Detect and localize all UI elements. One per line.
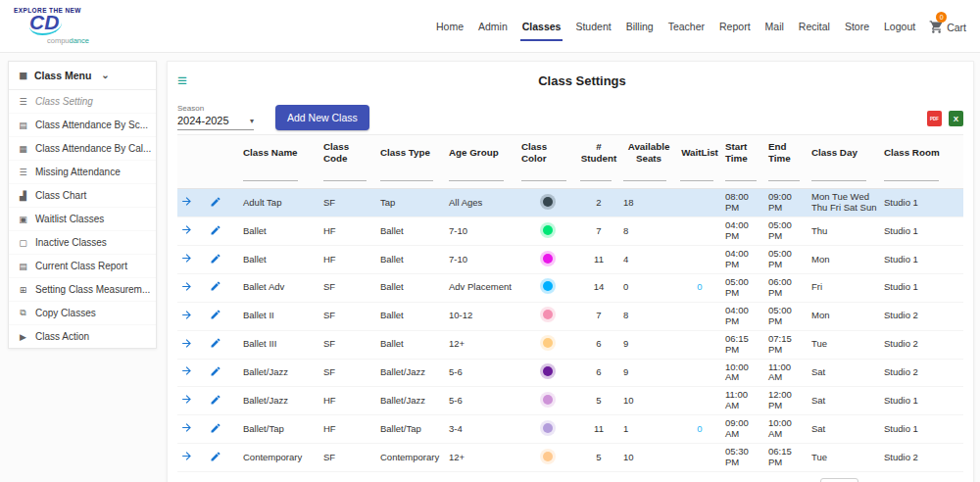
edit-class-icon[interactable]	[210, 224, 221, 236]
filter-input-seats[interactable]	[623, 170, 666, 181]
go-to-class-icon[interactable]	[180, 223, 193, 236]
nav-home[interactable]: Home	[434, 15, 466, 38]
logo[interactable]: EXPLORE THE NEW CD compudance	[14, 7, 151, 45]
cell-class-day: Thu	[808, 217, 881, 246]
cell-class-color	[518, 330, 577, 359]
table-row[interactable]: Adult TapSFTapAll Ages21808:00 PM09:00 P…	[177, 189, 963, 217]
cell-available-seats: 1	[620, 415, 677, 444]
cell-start-time: 05:00 PM	[722, 274, 765, 303]
waitlist-link[interactable]: 0	[697, 423, 702, 434]
go-to-class-icon[interactable]	[180, 364, 193, 377]
cell-available-seats: 8	[620, 217, 677, 246]
sidebar-item-class-setting[interactable]: ☰Class Setting	[9, 90, 156, 114]
cell-class-room: Studio 2	[881, 302, 963, 330]
sidebar-item-class-action[interactable]: ▶Class Action	[9, 325, 156, 348]
sidebar-item-copy-classes[interactable]: ⧉Copy Classes	[9, 302, 156, 325]
nav-logout[interactable]: Logout	[882, 15, 917, 38]
season-select[interactable]: Season 2024-2025 ▾	[177, 104, 254, 130]
go-to-class-icon[interactable]	[180, 450, 193, 462]
filter-input-students[interactable]	[580, 170, 612, 181]
go-to-class-icon[interactable]	[180, 309, 193, 321]
edit-class-icon[interactable]	[210, 365, 221, 377]
edit-class-icon[interactable]	[210, 337, 221, 349]
table-header-row: Class NameClass CodeClass TypeAge GroupC…	[177, 135, 963, 170]
class-menu-header[interactable]: ▦ Class Menu ⌄	[9, 62, 156, 90]
table-row[interactable]: Ballet IIISFBallet12+6906:15 PM07:15 PMT…	[177, 330, 963, 359]
filter-input-day[interactable]	[811, 170, 866, 181]
go-to-class-icon[interactable]	[180, 393, 193, 406]
cell-num-student: 11	[577, 246, 620, 274]
nav-mail[interactable]: Mail	[763, 15, 786, 38]
table-row[interactable]: Ballet AdvSFBalletAdv Placement140005:00…	[177, 274, 963, 303]
sidebar-item-label: Missing Attendance	[35, 167, 121, 177]
filter-input-room[interactable]	[884, 170, 939, 181]
sidebar-item-class-chart[interactable]: ▟Class Chart	[9, 184, 156, 208]
caret-down-icon: ▾	[250, 117, 254, 125]
filter-input-start[interactable]	[725, 170, 757, 181]
sidebar-list: ☰Class Setting▤Class Attendance By Sc...…	[9, 90, 156, 348]
cell-start-time: 05:30 PM	[722, 444, 765, 472]
filter-input-color[interactable]	[521, 170, 566, 181]
table-row[interactable]: Ballet/TapHFBallet/Tap3-4111009:00 AM10:…	[177, 415, 963, 444]
class-color-dot	[543, 395, 553, 405]
edit-class-icon[interactable]	[210, 422, 221, 434]
col-header-age: Age Group	[446, 135, 518, 170]
edit-class-icon[interactable]	[210, 280, 221, 292]
export-excel-icon[interactable]: X	[949, 111, 963, 126]
table-row[interactable]: Ballet/JazzHFBallet/Jazz5-651011:00 AM12…	[177, 387, 963, 415]
edit-class-icon[interactable]	[210, 309, 221, 320]
go-to-class-icon[interactable]	[180, 280, 193, 293]
nav-admin[interactable]: Admin	[476, 15, 510, 38]
cell-available-seats: 9	[620, 330, 677, 359]
cell-start-time: 11:00 AM	[722, 387, 765, 415]
edit-class-icon[interactable]	[210, 451, 221, 462]
hamburger-icon[interactable]: ≡	[177, 72, 201, 89]
go-to-class-icon[interactable]	[180, 421, 193, 434]
go-to-class-icon[interactable]	[180, 252, 193, 265]
table-row[interactable]: BalletHFBallet7-107804:00 PM05:00 PMThuS…	[177, 217, 963, 246]
main-nav: HomeAdminClassesStudentBillingTeacherRep…	[434, 15, 966, 38]
table-row[interactable]: Ballet/JazzSFBallet/Jazz5-66910:00 AM11:…	[177, 359, 963, 387]
go-to-class-icon[interactable]	[180, 195, 193, 208]
edit-class-icon[interactable]	[210, 253, 221, 265]
sidebar-item-waitlist-classes[interactable]: ▣Waitlist Classes	[9, 208, 156, 231]
edit-class-icon[interactable]	[210, 394, 221, 406]
cell-age-group: 5-6	[446, 387, 518, 415]
add-new-class-button[interactable]: Add New Class	[275, 105, 369, 130]
cell-waitlist	[677, 302, 722, 330]
nav-teacher[interactable]: Teacher	[666, 15, 707, 38]
cell-class-code: SF	[320, 330, 377, 359]
cell-available-seats: 9	[620, 359, 677, 387]
nav-student[interactable]: Student	[573, 15, 612, 38]
nav-billing[interactable]: Billing	[624, 15, 656, 38]
cell-age-group: 5-6	[446, 359, 518, 387]
filter-input-waitlist[interactable]	[680, 170, 713, 181]
nav-classes[interactable]: Classes	[520, 15, 564, 38]
sidebar-item-current-class-report[interactable]: ▤Current Class Report	[9, 255, 156, 278]
sidebar-item-class-attendance-by-schedule[interactable]: ▤Class Attendance By Sc...	[9, 114, 156, 137]
filter-input-name[interactable]	[243, 170, 298, 181]
sidebar-item-inactive-classes[interactable]: ▢Inactive Classes	[9, 231, 156, 255]
sidebar-item-class-attendance-by-calendar[interactable]: ▦Class Attendance By Cal...	[9, 137, 156, 161]
nav-report[interactable]: Report	[717, 15, 753, 38]
sidebar-item-missing-attendance[interactable]: ☰Missing Attendance	[9, 161, 156, 184]
cart-button[interactable]: 0 Cart	[929, 18, 966, 34]
sidebar-item-label: Class Attendance By Cal...	[35, 143, 151, 154]
filter-input-code[interactable]	[323, 170, 367, 181]
cell-waitlist: 0	[677, 274, 722, 303]
sidebar-item-setting-class-measurement[interactable]: ⊞Setting Class Measurem...	[9, 278, 156, 302]
edit-class-icon[interactable]	[210, 196, 221, 208]
table-row[interactable]: BalletHFBallet7-1011404:00 PM05:00 PMMon…	[177, 246, 963, 274]
filter-input-type[interactable]	[380, 170, 433, 181]
table-row[interactable]: Ballet IISFBallet10-127804:00 PM05:00 PM…	[177, 302, 963, 330]
filter-input-age[interactable]	[449, 170, 504, 181]
go-to-class-icon[interactable]	[180, 337, 193, 350]
nav-store[interactable]: Store	[843, 15, 871, 38]
waitlist-link[interactable]: 0	[697, 281, 702, 292]
filter-input-end[interactable]	[768, 170, 800, 181]
items-per-page-select[interactable]: 10 ▾	[820, 478, 858, 482]
nav-recital[interactable]: Recital	[797, 15, 832, 38]
cell-actions-edit	[207, 217, 240, 246]
export-pdf-icon[interactable]: PDF	[927, 111, 942, 126]
table-row[interactable]: ContemporarySFContemporary12+51005:30 PM…	[177, 444, 963, 472]
